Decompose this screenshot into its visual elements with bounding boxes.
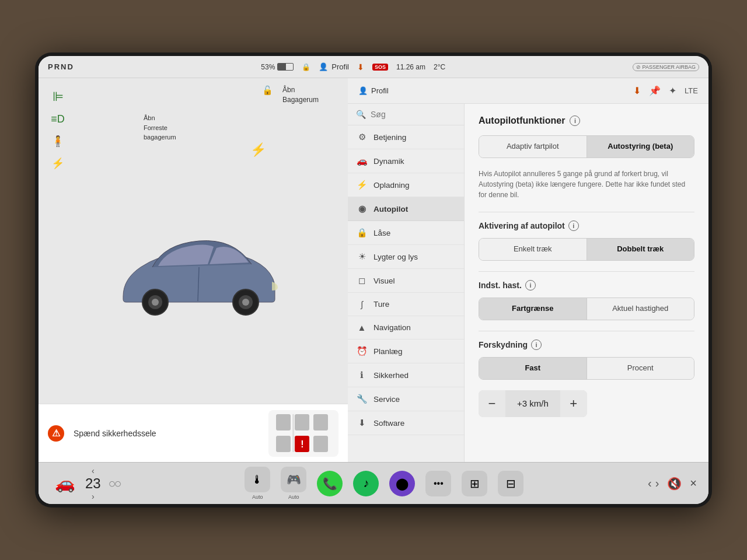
navigation-icon: ▲ — [356, 323, 368, 332]
sos-badge[interactable]: SOS — [372, 64, 388, 71]
taskbar-media-btn[interactable]: ⬤ — [389, 471, 415, 496]
right-side: 👤 Profil ⬇ 📌 ✦ LTE 🔍 — [348, 78, 708, 462]
trunk-rear-area[interactable]: Åbn Bagagerum 🔓 — [282, 85, 319, 105]
status-bar: PRND 53% 🔒 👤 Profil ⬇ SOS 11.26 am 2°C — [39, 56, 708, 78]
indst-hast-title: Indst. hast. i — [479, 280, 694, 290]
btn-autostyring[interactable]: Autostyring (beta) — [587, 136, 694, 158]
right-header: 👤 Profil ⬇ 📌 ✦ LTE — [348, 78, 708, 104]
btn-dobbelt-traek[interactable]: Dobbelt træk — [587, 239, 694, 260]
seatbelt-diagram: ! — [268, 410, 338, 457]
svg-text:!: ! — [301, 439, 303, 449]
nav-item-lygter[interactable]: ☀ Lygter og lys — [348, 245, 464, 269]
nav-label-laase: Låse — [374, 229, 390, 237]
nav-item-laase[interactable]: 🔒 Låse — [348, 221, 464, 245]
indst-hast-info-icon[interactable]: i — [525, 280, 536, 290]
settings-nav: 🔍 ⚙ Betjening 🚗 Dynamik ⚡ — [348, 104, 465, 462]
taskbar-steering-btn[interactable]: 🎮 Auto — [281, 467, 306, 500]
autopilot-mode-group: Adaptiv fartpilot Autostyring (beta) — [479, 135, 694, 158]
btn-enkelt-traek[interactable]: Enkelt træk — [479, 239, 587, 260]
nav-item-opladning[interactable]: ⚡ Opladning — [348, 173, 464, 197]
taskbar-car-icon[interactable]: 🚗 — [50, 469, 79, 498]
nav-item-service[interactable]: 🔧 Service — [348, 387, 464, 411]
warning-banner: ⚠ Spænd sikkerhedssele ! — [39, 404, 348, 462]
forskydning-title: Forskydning i — [479, 340, 694, 350]
svg-rect-14 — [292, 414, 294, 452]
nav-item-ture[interactable]: ∫ Ture — [348, 293, 464, 316]
taskbar-grid-icon: ⊞ — [462, 471, 487, 496]
volume-mute-btn[interactable]: 🔇 — [667, 477, 682, 491]
volume-up-btn[interactable]: × — [690, 477, 697, 490]
taskbar-apps-btn[interactable]: ⊟ — [498, 471, 523, 496]
dynamik-icon: 🚗 — [356, 156, 368, 166]
nav-item-autopilot[interactable]: ◉ Autopilot — [348, 197, 464, 221]
divider-1 — [479, 212, 694, 212]
profile-button-right[interactable]: 👤 Profil — [358, 86, 389, 95]
nav-next-icon[interactable]: › — [655, 477, 659, 490]
taskbar-spotify-icon: ♪ — [353, 471, 379, 496]
taskbar-speed-value: 23 — [85, 475, 101, 492]
nav-item-visuel[interactable]: ◻ Visuel — [348, 269, 464, 293]
taskbar-left: 🚗 ‹ 23 › ◯◯ — [50, 466, 121, 501]
forskydning-info-icon[interactable]: i — [531, 340, 542, 350]
taskbar-phone-btn[interactable]: 📞 — [317, 471, 343, 496]
lygter-icon: ☀ — [356, 251, 368, 262]
taskbar-apps-icon: ⊟ — [498, 471, 523, 496]
btn-procent[interactable]: Procent — [587, 358, 694, 379]
nav-item-planlaeg[interactable]: ⏰ Planlæg — [348, 340, 464, 363]
nav-label-sikkerhed: Sikkerhed — [374, 371, 409, 380]
speed-increase-btn[interactable]: + — [560, 390, 587, 417]
taskbar-more-btn[interactable]: ••• — [425, 471, 451, 496]
passenger-airbag: ⊘ PASSENGER AIRBAG — [633, 63, 699, 71]
taskbar-spotify-btn[interactable]: ♪ — [353, 471, 379, 496]
autopilot-title-text: Autopilotfunktioner — [479, 116, 565, 126]
autopilot-detail: Autopilotfunktioner i Adaptiv fartpilot … — [465, 104, 708, 462]
battery-info: 53% — [261, 63, 294, 71]
forskydning-group: Fast Procent — [479, 357, 694, 380]
speed-decrease-btn[interactable]: − — [479, 390, 505, 417]
aktivering-info-icon[interactable]: i — [568, 220, 579, 231]
taskbar-mode-label: ◯◯ — [109, 481, 121, 487]
taskbar: 🚗 ‹ 23 › ◯◯ 🌡 Auto 🎮 Auto — [39, 462, 708, 504]
headlight2-icon: ≡D — [48, 112, 68, 126]
nav-item-sikkerhed[interactable]: ℹ Sikkerhed — [348, 363, 464, 387]
aktivering-title-text: Aktivering af autopilot — [479, 221, 565, 230]
bluetooth-icon[interactable]: ✦ — [669, 85, 676, 96]
autopilot-icon: ◉ — [356, 204, 368, 214]
search-input[interactable] — [371, 110, 456, 119]
svg-rect-8 — [295, 414, 309, 430]
nav-item-software[interactable]: ⬇ Software — [348, 411, 464, 435]
signal-icon[interactable]: LTE — [685, 86, 698, 95]
search-icon: 🔍 — [356, 110, 366, 119]
forskydning-title-text: Forskydning — [479, 340, 528, 349]
btn-fast[interactable]: Fast — [479, 358, 587, 379]
sikkerhed-icon: ℹ — [356, 370, 368, 380]
autopilot-section-title: Autopilotfunktioner i — [479, 116, 694, 126]
speed-value-display: +3 km/h — [505, 398, 560, 408]
trunk-front-label[interactable]: Åbn Forreste bagagerum — [144, 113, 176, 142]
profile-label-right: Profil — [371, 86, 389, 95]
btn-aktuel-hast[interactable]: Aktuel hastighed — [587, 298, 694, 320]
pin-icon[interactable]: 📌 — [649, 85, 661, 96]
profile-btn-top[interactable]: 👤 Profil — [319, 62, 349, 71]
nav-label-software: Software — [374, 419, 404, 428]
taskbar-auto1-label: Auto — [252, 494, 263, 500]
nav-item-navigation[interactable]: ▲ Navigation — [348, 316, 464, 340]
taskbar-media-icon: ⬤ — [389, 471, 415, 496]
nav-item-dynamik[interactable]: 🚗 Dynamik — [348, 149, 464, 173]
nav-prev-icon[interactable]: ‹ — [648, 477, 652, 490]
taskbar-temp-btn[interactable]: 🌡 Auto — [245, 467, 270, 500]
nav-item-betjening[interactable]: ⚙ Betjening — [348, 125, 464, 149]
battery-percent: 53% — [261, 63, 275, 71]
profile-label-top: Profil — [331, 62, 349, 71]
autopilot-info-icon[interactable]: i — [570, 116, 580, 126]
right-header-icons: ⬇ 📌 ✦ LTE — [633, 85, 698, 96]
car-svg — [94, 215, 292, 326]
temperature-display: 2°C — [434, 63, 445, 71]
speed-next-btn[interactable]: › — [92, 492, 95, 501]
taskbar-grid-btn[interactable]: ⊞ — [462, 471, 487, 496]
btn-adaptiv[interactable]: Adaptiv fartpilot — [479, 136, 587, 158]
speed-prev-btn[interactable]: ‹ — [92, 466, 95, 475]
nav-label-autopilot: Autopilot — [374, 205, 408, 214]
btn-fartgraense[interactable]: Fartgrænse — [479, 298, 587, 320]
download-icon-right[interactable]: ⬇ — [633, 85, 641, 96]
